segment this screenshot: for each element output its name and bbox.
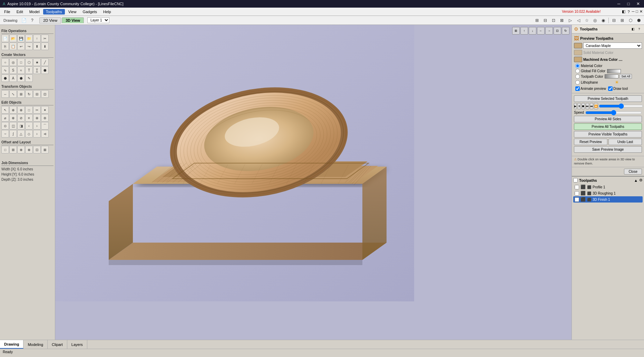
- group-tool[interactable]: ⊡: [41, 90, 49, 98]
- play-button[interactable]: ▶: [574, 103, 577, 109]
- undo-last-button[interactable]: Undo Last: [608, 139, 642, 145]
- redo-btn[interactable]: ↪: [25, 43, 33, 50]
- vp-icon3[interactable]: ⊡: [550, 17, 557, 24]
- preview-visible-toolpaths-button[interactable]: Preview Visible Toolpaths: [574, 131, 642, 138]
- toolpath-color-radio[interactable]: [575, 74, 580, 79]
- wave-tool[interactable]: ≈: [17, 66, 25, 74]
- tab-layers[interactable]: Layers: [67, 340, 87, 349]
- scissors-tool[interactable]: ✂: [33, 106, 41, 114]
- cut-btn[interactable]: ✂: [41, 35, 49, 42]
- star-tool[interactable]: ★: [33, 58, 41, 66]
- solid-material-swatch[interactable]: [574, 50, 582, 55]
- toolpaths-up-icon[interactable]: ▲: [634, 178, 638, 182]
- nest-tool[interactable]: ⊕: [17, 146, 25, 153]
- move-tool[interactable]: ↔: [1, 90, 9, 98]
- add-node-tool[interactable]: ⊕: [17, 106, 25, 114]
- union-tool[interactable]: ⊙: [1, 122, 9, 130]
- next-tool[interactable]: ›: [33, 122, 41, 130]
- pen-tool[interactable]: ✎: [25, 74, 33, 82]
- menu-model[interactable]: Model: [27, 9, 42, 15]
- arrow-tool[interactable]: ›: [33, 130, 41, 138]
- panel-help-icon[interactable]: ?: [636, 26, 642, 32]
- maximize-button[interactable]: □: [625, 1, 632, 6]
- fillet-tool[interactable]: ⊘: [17, 114, 25, 122]
- toolpath-item-finish1[interactable]: ⬛ ⬛ 3D Finish 1: [573, 196, 643, 203]
- dogbone-tool[interactable]: ≡: [25, 114, 33, 122]
- node-tool[interactable]: ⬢: [41, 66, 49, 74]
- mirror-tool[interactable]: ⊟: [33, 90, 41, 98]
- layer-select[interactable]: Layer 1: [87, 17, 109, 23]
- save-preview-image-button[interactable]: Save Preview Image: [574, 146, 642, 153]
- vp-icon6[interactable]: ◁: [575, 17, 582, 24]
- front-view-btn[interactable]: ↓: [529, 27, 536, 35]
- material-dropdown[interactable]: Canadian Maple: [583, 43, 642, 49]
- tab-clipart[interactable]: Clipart: [48, 340, 67, 349]
- next-frame-button[interactable]: ⏭: [586, 103, 589, 109]
- vp-icon13[interactable]: ⬢: [635, 17, 643, 24]
- save-btn[interactable]: 💾: [17, 35, 25, 42]
- set-all-button[interactable]: Set All: [619, 74, 632, 79]
- down-btn[interactable]: ⬇: [41, 43, 49, 50]
- step-tool[interactable]: ⊡: [33, 146, 41, 153]
- profile1-checkbox[interactable]: [575, 185, 579, 189]
- arc-tool[interactable]: ⌒: [41, 122, 49, 130]
- animate-preview-checkbox[interactable]: [575, 86, 580, 91]
- rotate-btn[interactable]: ↻: [562, 27, 569, 35]
- select-tool[interactable]: ↖: [1, 106, 9, 114]
- vp-icon2[interactable]: ⊟: [541, 17, 549, 24]
- global-fill-slider[interactable]: [607, 69, 621, 73]
- max-btn[interactable]: □: [636, 9, 638, 14]
- reset-preview-button[interactable]: Reset Preview: [574, 139, 607, 145]
- tab-3d-view[interactable]: 3D View: [62, 17, 84, 23]
- version-notice[interactable]: Version 10.022 Available!: [562, 10, 601, 13]
- lithophane-radio[interactable]: [575, 80, 580, 85]
- vp-icon1[interactable]: ⊞: [533, 17, 541, 24]
- tab-modeling[interactable]: Modeling: [23, 340, 48, 349]
- undo-btn[interactable]: ↩: [17, 43, 25, 50]
- material-color-radio[interactable]: [575, 64, 580, 68]
- prev-tool[interactable]: ‹: [25, 122, 33, 130]
- x-btn[interactable]: ✕: [640, 9, 643, 14]
- roughing1-checkbox[interactable]: [575, 191, 579, 196]
- panel-toggle-icon[interactable]: ◧: [622, 9, 625, 14]
- close-button[interactable]: ✕: [635, 1, 641, 6]
- smooth-tool[interactable]: ⌀: [1, 114, 9, 122]
- vp-icon8[interactable]: ◎: [591, 17, 599, 24]
- layout-tool[interactable]: ⊞: [9, 146, 17, 153]
- weld-tool[interactable]: ✦: [41, 106, 49, 114]
- side-view-btn[interactable]: ←: [537, 27, 545, 35]
- new-file-btn[interactable]: 📄: [1, 35, 9, 42]
- hex-tool[interactable]: ⬣: [1, 74, 9, 82]
- vp-icon9[interactable]: ◉: [599, 17, 607, 24]
- material-color-swatch[interactable]: [574, 43, 582, 48]
- text-tool[interactable]: T: [25, 66, 33, 74]
- fast-forward-button[interactable]: ⏩: [594, 103, 598, 109]
- minimize-button[interactable]: ─: [616, 1, 622, 6]
- ellipse-tool[interactable]: ◎: [9, 58, 17, 66]
- min-btn[interactable]: ─: [632, 9, 635, 14]
- letter-tool[interactable]: A: [9, 74, 17, 82]
- chamfer-tool[interactable]: ⊛: [33, 114, 41, 122]
- path-tool[interactable]: ∫: [9, 130, 17, 138]
- diamond-tool[interactable]: ◇: [25, 130, 33, 138]
- vp-icon11[interactable]: ⊞: [618, 17, 626, 24]
- export-btn[interactable]: ↑: [33, 35, 41, 42]
- fit-tool[interactable]: ⊗: [9, 114, 17, 122]
- wave2-tool[interactable]: ⌣: [1, 130, 9, 138]
- finish1-checkbox[interactable]: [575, 197, 579, 202]
- drawing-icon2[interactable]: ?: [28, 17, 36, 24]
- rect-tool[interactable]: □: [17, 58, 25, 66]
- import-tool[interactable]: ⬟: [17, 74, 25, 82]
- copy-btn[interactable]: ⎘: [1, 43, 9, 50]
- tab-2d-view[interactable]: 2D View: [39, 17, 61, 24]
- intersect-tool[interactable]: ◨: [17, 122, 25, 130]
- menu-toolpaths[interactable]: Toolpaths: [43, 9, 65, 15]
- right-view-btn[interactable]: →: [545, 27, 553, 35]
- bool-tool[interactable]: ⊚: [41, 114, 49, 122]
- spline-tool[interactable]: S: [9, 66, 17, 74]
- repeat-tool[interactable]: ⊠: [41, 146, 49, 153]
- save-as-btn[interactable]: 📁: [25, 35, 33, 42]
- subtract-tool[interactable]: ◫: [9, 122, 17, 130]
- polygon-tool[interactable]: ⬡: [25, 58, 33, 66]
- draw-tool-checkbox[interactable]: [608, 86, 613, 91]
